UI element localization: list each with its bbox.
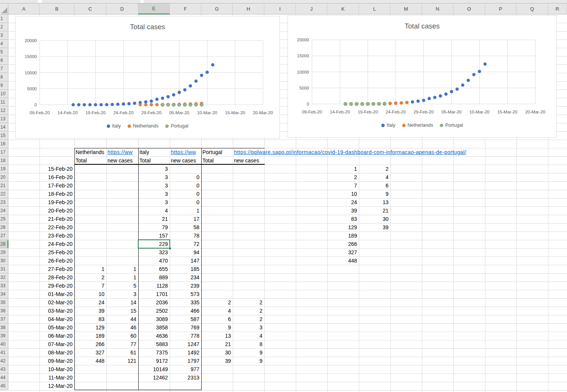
value-cell[interactable]: 1 — [171, 206, 199, 215]
value-cell[interactable]: 4636 — [139, 332, 168, 340]
value-cell[interactable]: 448 — [329, 257, 357, 265]
value-cell[interactable]: 3089 — [139, 315, 168, 323]
value-cell[interactable]: 13 — [360, 198, 389, 206]
value-cell[interactable]: 0 — [171, 173, 199, 181]
value-cell[interactable]: 7375 — [139, 348, 168, 357]
value-cell[interactable]: 1128 — [139, 282, 168, 290]
value-cell[interactable]: 60 — [107, 332, 136, 340]
value-cell[interactable]: 0 — [171, 181, 199, 190]
value-cell[interactable]: 46 — [107, 323, 136, 332]
value-cell[interactable]: 573 — [171, 290, 199, 298]
source-link[interactable]: https://ww — [107, 148, 139, 156]
row-header-32[interactable]: 32 — [0, 273, 8, 282]
table-group-netherlands[interactable]: Netherlands — [76, 148, 104, 156]
row-header-20[interactable]: 20 — [0, 173, 8, 181]
value-cell[interactable]: 4 — [202, 307, 231, 315]
value-cell[interactable]: 327 — [329, 248, 357, 257]
date-cell[interactable]: 09-Mar-20 — [41, 357, 73, 365]
value-cell[interactable]: 78 — [171, 231, 199, 240]
value-cell[interactable]: 335 — [171, 298, 199, 307]
legend-item-netherlands[interactable]: Netherlands — [128, 123, 158, 129]
chart-legend[interactable]: ItalyNetherlandsPortugal — [16, 123, 280, 129]
legend-item-italy[interactable]: Italy — [381, 123, 395, 128]
legend-item-portugal[interactable]: Portugal — [165, 123, 188, 129]
value-cell[interactable]: 83 — [76, 315, 104, 323]
row-header-9[interactable]: 9 — [0, 81, 8, 90]
value-cell[interactable]: 2 — [234, 315, 262, 323]
table-group-italy[interactable]: Italy — [139, 148, 168, 156]
value-cell[interactable]: 7 — [76, 282, 104, 290]
value-cell[interactable]: 185 — [171, 265, 199, 273]
value-cell[interactable]: 2 — [202, 298, 231, 307]
value-cell[interactable]: 0 — [171, 190, 199, 198]
row-header-15[interactable]: 15 — [0, 131, 8, 140]
value-cell[interactable]: 239 — [171, 282, 199, 290]
row-header-10[interactable]: 10 — [0, 90, 8, 98]
value-cell[interactable]: 1 — [107, 273, 136, 282]
date-cell[interactable]: 27-Feb-20 — [41, 265, 73, 273]
value-cell[interactable]: 14 — [107, 298, 136, 307]
row-header-34[interactable]: 34 — [0, 290, 8, 298]
date-cell[interactable]: 18-Feb-20 — [41, 190, 73, 198]
value-cell[interactable]: 1247 — [171, 340, 199, 348]
value-cell[interactable]: 470 — [139, 257, 168, 265]
select-all-corner[interactable] — [0, 3, 8, 14]
value-cell[interactable]: 2 — [234, 307, 262, 315]
series-italy[interactable] — [344, 62, 486, 105]
value-cell[interactable]: 889 — [139, 273, 168, 282]
chart-total-cases-right[interactable]: 0500010000150002000009-Feb-2014-Feb-2019… — [287, 15, 557, 138]
row-header-29[interactable]: 29 — [0, 248, 8, 257]
value-cell[interactable]: 189 — [76, 332, 104, 340]
value-cell[interactable]: 9172 — [139, 357, 168, 365]
subheader-total[interactable]: Total — [76, 156, 104, 165]
value-cell[interactable]: 2 — [76, 273, 104, 282]
value-cell[interactable]: 2 — [329, 173, 357, 181]
row-header-3[interactable]: 3 — [0, 31, 8, 39]
value-cell[interactable]: 21 — [360, 206, 389, 215]
value-cell[interactable]: 587 — [171, 315, 199, 323]
date-cell[interactable]: 01-Mar-20 — [41, 290, 73, 298]
row-header-39[interactable]: 39 — [0, 332, 8, 340]
value-cell[interactable]: 323 — [139, 248, 168, 257]
value-cell[interactable]: 39 — [329, 206, 357, 215]
legend-item-portugal[interactable]: Portugal — [440, 123, 463, 128]
value-cell[interactable]: 21 — [139, 215, 168, 223]
value-cell[interactable]: 7 — [329, 181, 357, 190]
row-header-21[interactable]: 21 — [0, 181, 8, 190]
value-cell[interactable]: 39 — [202, 357, 231, 365]
value-cell[interactable]: 94 — [171, 248, 199, 257]
row-header-31[interactable]: 31 — [0, 265, 8, 273]
value-cell[interactable]: 1797 — [171, 357, 199, 365]
date-cell[interactable]: 19-Feb-20 — [41, 198, 73, 206]
value-cell[interactable]: 778 — [171, 332, 199, 340]
row-header-7[interactable]: 7 — [0, 65, 8, 73]
value-cell[interactable]: 9 — [360, 190, 389, 198]
column-header-H[interactable]: H — [233, 3, 264, 14]
subheader-total[interactable]: Total — [202, 156, 231, 165]
chart-total-cases-left[interactable]: 0500010000150002000009-Feb-2014-Feb-2019… — [15, 16, 280, 139]
series-netherlands[interactable] — [139, 102, 203, 106]
row-header-37[interactable]: 37 — [0, 315, 8, 323]
value-cell[interactable]: 327 — [76, 348, 104, 357]
date-cell[interactable]: 02-Mar-20 — [41, 298, 73, 307]
value-cell[interactable]: 2036 — [139, 298, 168, 307]
row-header-19[interactable]: 19 — [0, 165, 8, 173]
date-cell[interactable]: 10-Mar-20 — [41, 365, 73, 373]
value-cell[interactable]: 3 — [139, 173, 168, 181]
value-cell[interactable]: 3 — [107, 290, 136, 298]
date-cell[interactable]: 12-Mar-20 — [41, 382, 73, 390]
row-header-14[interactable]: 14 — [0, 123, 8, 131]
value-cell[interactable]: 6 — [360, 181, 389, 190]
column-header-R[interactable]: R — [548, 3, 567, 14]
row-header-26[interactable]: 26 — [0, 223, 8, 231]
value-cell[interactable]: 3858 — [139, 323, 168, 332]
column-header-A[interactable]: A — [8, 3, 39, 14]
value-cell[interactable]: 977 — [171, 365, 199, 373]
date-cell[interactable]: 08-Mar-20 — [41, 348, 73, 357]
date-cell[interactable]: 11-Mar-20 — [41, 373, 73, 382]
value-cell[interactable]: 1492 — [171, 348, 199, 357]
column-header-K[interactable]: K — [327, 3, 359, 14]
subheader-new-cases[interactable]: new cases — [171, 156, 199, 165]
row-header-44[interactable]: 44 — [0, 373, 8, 382]
row-header-24[interactable]: 24 — [0, 206, 8, 215]
